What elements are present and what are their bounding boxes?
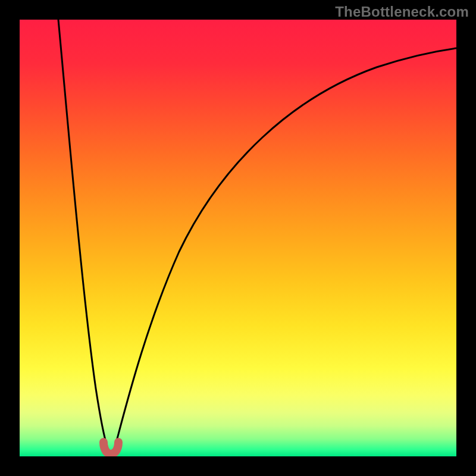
bottleneck-curve — [20, 20, 456, 456]
optimum-marker — [104, 442, 118, 454]
curve-right-branch — [115, 48, 456, 447]
chart-stage: TheBottleneck.com — [0, 0, 476, 476]
plot-area — [20, 20, 456, 456]
watermark-text: TheBottleneck.com — [335, 4, 469, 20]
curve-left-branch — [58, 20, 108, 449]
